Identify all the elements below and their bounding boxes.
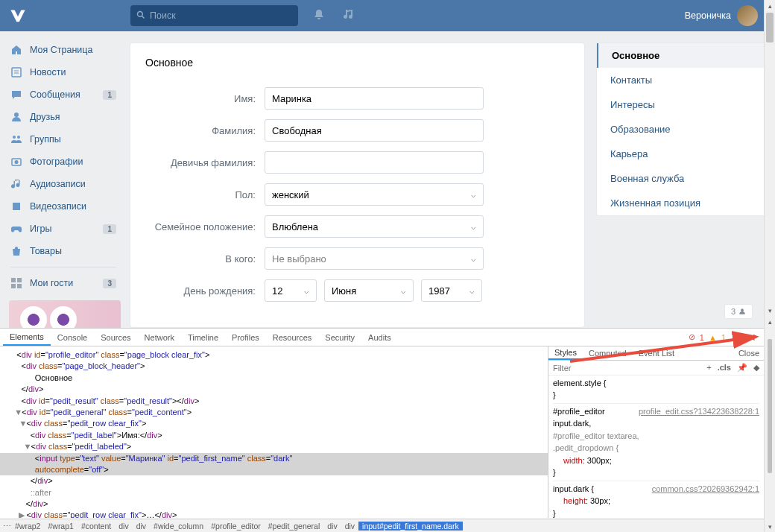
styles-panel: Styles Computed Event List Close + .cls … (548, 346, 764, 518)
sex-select[interactable]: женский⌵ (265, 183, 484, 206)
news-icon (9, 65, 24, 80)
sidebar-item-games[interactable]: Игры1 (4, 218, 122, 240)
sidebar-item-news[interactable]: Новости (4, 61, 122, 83)
sidebar-label: Группы (30, 134, 61, 145)
elements-tree[interactable]: <div id="profile_editor" class="page_blo… (0, 346, 548, 518)
sidebar-item-video[interactable]: Видеозаписи (4, 195, 122, 218)
relation-select[interactable]: Влюблена⌵ (265, 215, 484, 238)
svg-point-17 (741, 308, 744, 311)
chevron-down-icon: ⌵ (471, 254, 476, 264)
warning-count-icon[interactable]: ▲ (709, 333, 717, 342)
search-box[interactable] (130, 5, 298, 26)
first-name-input[interactable] (265, 87, 484, 110)
vk-logo[interactable] (7, 7, 34, 25)
sidebar-item-photos[interactable]: Фотографии (4, 151, 122, 173)
guest-counter[interactable]: 3 (724, 304, 753, 319)
styles-close-button[interactable]: Close (734, 349, 764, 358)
maiden-name-input[interactable] (265, 151, 484, 174)
groups-icon (9, 132, 24, 147)
computed-tab[interactable]: Computed (583, 346, 633, 360)
nav-item-main[interactable]: Основное (597, 43, 767, 68)
svg-point-7 (17, 136, 20, 139)
last-name-input[interactable] (265, 119, 484, 142)
tab-sources[interactable]: Sources (94, 329, 137, 346)
chevron-down-icon: ⌵ (471, 222, 476, 232)
bday-month-select[interactable]: Июня⌵ (324, 279, 414, 302)
search-input[interactable] (150, 10, 292, 21)
partner-select[interactable]: Не выбрано⌵ (265, 247, 484, 270)
tab-security[interactable]: Security (318, 329, 361, 346)
username-label[interactable]: Вероничка (685, 10, 731, 21)
music-icon[interactable] (344, 8, 355, 23)
styles-filter-input[interactable] (553, 364, 702, 373)
nav-item-contacts[interactable]: Контакты (597, 68, 767, 92)
svg-rect-11 (11, 203, 13, 210)
devtools-close-button[interactable]: ✕ (743, 332, 761, 343)
tab-audits[interactable]: Audits (361, 329, 398, 346)
label-maiden-name: Девичья фамилия: (145, 157, 265, 168)
bday-year-select[interactable]: 1987⌵ (421, 279, 482, 302)
chevron-down-icon: ⌵ (401, 286, 406, 296)
nav-item-education[interactable]: Образование (597, 117, 767, 142)
svg-point-6 (13, 136, 16, 139)
sidebar-item-my-page[interactable]: Моя Страница (4, 39, 122, 61)
breadcrumb-path[interactable]: ⋯ #wrap2 #wrap1 #content div div #wide_c… (0, 519, 764, 532)
scroll-down-button[interactable]: ▾ (765, 305, 775, 316)
error-count-icon[interactable]: ⊘ (689, 332, 695, 342)
messages-icon (9, 87, 24, 102)
badge: 1 (103, 224, 116, 234)
tab-timeline[interactable]: Timeline (181, 329, 225, 346)
styles-tab[interactable]: Styles (548, 346, 583, 360)
top-header: Вероничка ▾ (0, 0, 775, 31)
scroll-thumb[interactable] (766, 13, 774, 42)
label-relation: Семейное положение: (145, 221, 265, 232)
settings-nav: Основное Контакты Интересы Образование К… (596, 42, 768, 216)
photo-icon (9, 154, 24, 169)
scroll-down-button-2[interactable]: ▾ (765, 521, 775, 532)
label-sex: Пол: (145, 189, 265, 200)
pin-icon[interactable]: 📌 (737, 363, 747, 373)
sidebar-label: Новости (30, 67, 66, 77)
tab-network[interactable]: Network (138, 329, 181, 346)
event-listeners-tab[interactable]: Event List (633, 346, 680, 360)
bday-day-select[interactable]: 12⌵ (265, 279, 317, 302)
svg-rect-13 (11, 278, 16, 282)
page-scrollbar[interactable]: ▴ ▾ ▴ ▾ (764, 0, 775, 532)
sidebar-label: Сообщения (30, 89, 80, 100)
cls-toggle[interactable]: .cls (718, 363, 731, 373)
sidebar-item-guests[interactable]: Мои гости3 (4, 272, 122, 294)
sidebar-item-audio[interactable]: Аудиозаписи (4, 173, 122, 195)
svg-point-5 (14, 113, 19, 117)
tab-profiles[interactable]: Profiles (225, 329, 266, 346)
svg-point-0 (138, 12, 143, 17)
nav-item-life[interactable]: Жизненная позиция (597, 191, 767, 215)
chevron-down-icon: ⌵ (304, 286, 309, 296)
market-icon (9, 244, 24, 259)
add-rule-icon[interactable]: + (706, 363, 711, 373)
sidebar-item-messages[interactable]: Сообщения1 (4, 83, 122, 106)
avatar[interactable] (737, 5, 758, 26)
search-icon (136, 9, 145, 22)
badge: 1 (103, 90, 116, 100)
scroll-up-button[interactable]: ▴ (765, 0, 775, 11)
sidebar-item-market[interactable]: Товары (4, 240, 122, 262)
hov-toggle[interactable]: ◆ (753, 363, 759, 373)
sidebar-item-friends[interactable]: Друзья (4, 106, 122, 128)
devtools-tabs: Elements Console Sources Network Timelin… (0, 329, 764, 346)
label-bday: День рождения: (145, 285, 265, 297)
nav-item-interests[interactable]: Интересы (597, 92, 767, 117)
nav-item-military[interactable]: Военная служба (597, 166, 767, 191)
sidebar-label: Моя Страница (30, 45, 92, 55)
tab-resources[interactable]: Resources (266, 329, 319, 346)
tab-console[interactable]: Console (51, 329, 94, 346)
sidebar-item-groups[interactable]: Группы (4, 128, 122, 151)
notifications-icon[interactable] (313, 8, 325, 23)
home-icon (9, 42, 24, 57)
nav-item-career[interactable]: Карьера (597, 142, 767, 166)
css-rules[interactable]: element.style { } profile_edit.css?13422… (548, 376, 764, 518)
devtools-menu-icon[interactable]: ⋮ (730, 332, 738, 342)
scroll-up-button-2[interactable]: ▴ (765, 316, 775, 327)
tab-elements[interactable]: Elements (3, 329, 51, 346)
scroll-thumb-2[interactable] (768, 339, 772, 473)
label-partner: В кого: (145, 253, 265, 265)
